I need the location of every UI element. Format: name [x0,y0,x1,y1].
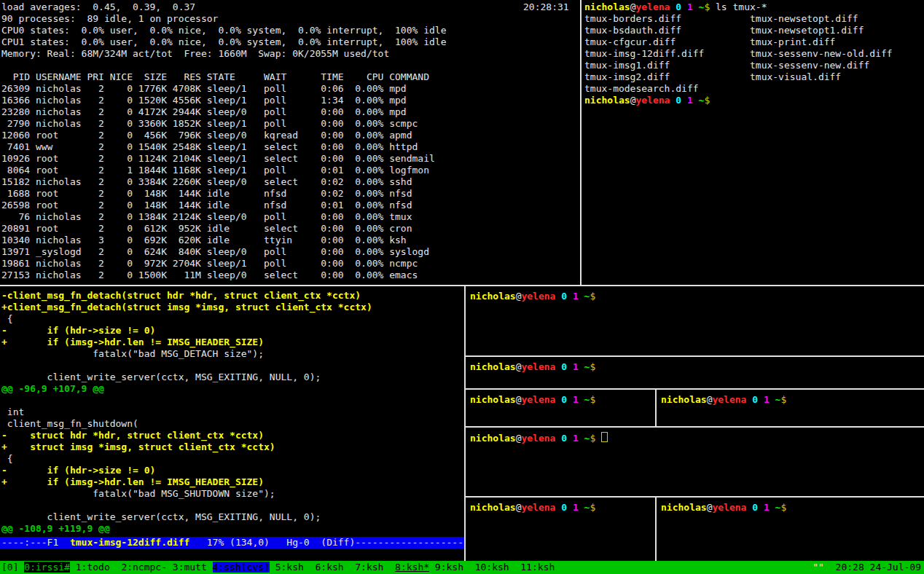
top-process-table: 26309 nicholas 2 0 1776K 4708K sleep/1 p… [1,83,579,281]
text-segment: yelena [521,394,555,405]
text-segment: tmux-imsg-12diff.diff [70,537,189,548]
text-segment [579,291,584,302]
shell-pane-3-left[interactable]: nicholas@yelena 0 1 ~$ [467,390,657,430]
text-segment [579,394,584,405]
text-segment: $ [590,361,595,372]
terminal-line: load averages: 0.45, 0.39, 0.37 [1,1,579,13]
text-segment: $ [590,291,595,302]
shell-pane-3-right[interactable]: nicholas@yelena 0 1 ~$ [658,390,924,430]
text-segment: ----:---F1 [1,537,70,548]
terminal-line: client_write_server(cctx, MSG_EXITING, N… [1,371,463,383]
terminal-line: + struct imsg *imsg, struct client_ctx *… [1,441,463,453]
terminal-line: 12060 root 2 0 456K 796K sleep/0 kqread … [1,130,579,141]
terminal-line: tmux-borders.diff tmux-newsetopt.diff [584,13,924,25]
pane-process-monitor[interactable]: load averages: 0.45, 0.39, 0.3790 proces… [1,0,579,286]
text-segment: 0 [561,433,567,444]
text-segment: 1 [687,1,693,12]
text-segment[interactable]: 8:ksh* [395,562,429,573]
text-segment: - if (hdr->size != 0) [1,325,155,336]
terminal-line: fatalx("bad MSG_DETACH size"); [1,348,463,360]
text-segment: 1 [573,394,579,405]
shell-pane-4-active[interactable]: nicholas@yelena 0 1 ~$ [467,428,924,500]
text-segment: 0 [752,394,758,405]
text-segment: 1 [573,361,579,372]
terminal-line: client_msg_fn_shutdown( [1,418,463,430]
text-segment: 0 [752,502,758,513]
text-segment: 1 [573,433,579,444]
text-segment: ls tmux-* [710,1,767,12]
pane-border-vertical-top[interactable] [580,0,582,285]
text-segment: client_msg_fn_shutdown( [1,418,138,429]
text-segment [693,1,699,12]
text-segment: yelena [521,361,555,372]
terminal-line: 19861 nicholas 2 0 972K 2704K sleep/1 po… [1,258,579,270]
text-segment [579,433,584,444]
text-segment: + if (imsg->hdr.len != IMSG_HEADER_SIZE) [1,337,264,347]
text-segment: yelena [635,1,670,12]
text-segment[interactable]: [0] [1,562,24,573]
terminal-line: Memory: Real: 68M/324M act/tot Free: 166… [1,48,579,60]
terminal-line: - struct hdr *hdr, struct client_ctx *cc… [1,430,463,441]
terminal-line: tmux-imsg1.diff tmux-sessenv-new.diff [584,60,924,71]
terminal-line: +client_msg_fn_detach(struct imsg *imsg,… [1,302,463,313]
text-segment: nicholas [584,95,630,106]
terminal-line: 7401 www 2 0 1540K 2548K sleep/1 select … [1,141,579,153]
text-segment: 17% (134,0) Hg-0 (Diff)-----------------… [189,537,463,548]
text-segment: 1 [573,502,579,513]
text-segment[interactable]: 0:irssi# [24,562,70,573]
shell-pane-2[interactable]: nicholas@yelena 0 1 ~$ [467,357,924,393]
pane-border-horizontal-main[interactable] [0,285,924,286]
text-segment: 0 [561,502,567,513]
terminal-line: CPU1 states: 0.0% user, 0.0% nice, 0.0% … [1,36,579,48]
terminal-line: 90 processes: 89 idle, 1 on processor [1,13,579,25]
top-clock: 20:28:31 [523,1,569,13]
text-segment: 0 [676,1,681,12]
text-segment[interactable]: 9:ksh 10:ksh 11:ksh [429,562,555,573]
text-segment [770,394,775,405]
pane-border-vertical-bottom[interactable] [464,286,466,561]
status-clock-date: "" 20:28 24-Jul-09 [813,561,924,574]
status-bar[interactable]: [0] 0:irssi# 1:todo 2:ncmpc- 3:mutt 4:ss… [0,561,924,574]
text-segment: +client_msg_fn_detach(struct imsg *imsg,… [1,302,372,312]
terminal-line: fatalx("bad MSG_SHUTDOWN size"); [1,488,463,500]
pane-emacs-diff[interactable]: -client_msg_fn_detach(struct hdr *hdr, s… [1,288,463,539]
text-segment: 0 [561,291,567,302]
text-segment: nicholas [470,502,516,513]
pane-border-vertical-row3[interactable] [655,390,657,426]
text-segment: $ [780,502,786,513]
emacs-buffer: -client_msg_fn_detach(struct hdr *hdr, s… [1,290,463,535]
text-segment [758,502,764,513]
shell-pane-5-left[interactable]: nicholas@yelena 0 1 ~$ [467,498,657,565]
text-segment: 1 [764,502,770,513]
shell-pane-5-right[interactable]: nicholas@yelena 0 1 ~$ [658,498,924,565]
status-window-list[interactable]: [0] 0:irssi# 1:todo 2:ncmpc- 3:mutt 4:ss… [0,561,555,574]
text-segment [758,394,764,405]
text-segment: client_write_server(cctx, MSG_EXITING, N… [1,511,321,522]
text-segment: yelena [635,95,670,106]
shell-pane-1[interactable]: nicholas@yelena 0 1 ~$ [467,288,924,358]
text-segment [595,433,601,444]
terminal-line: int [1,406,463,418]
text-segment [681,95,687,106]
text-segment: yelena [521,291,555,302]
terminal-screen: load averages: 0.45, 0.39, 0.3790 proces… [0,0,924,574]
terminal-line: 27153 nicholas 2 0 1500K 11M sleep/0 sel… [1,270,579,281]
terminal-line: 20891 root 2 0 612K 952K idle select 0:0… [1,223,579,235]
text-segment[interactable]: 4:ssh[cvs] [213,562,270,573]
terminal-line: 16366 nicholas 2 0 1520K 4556K sleep/1 p… [1,95,579,106]
terminal-line [1,395,463,406]
text-segment: 1 [687,95,693,106]
text-cursor [601,432,608,442]
text-segment: - if (hdr->size != 0) [1,465,155,476]
text-segment: 0 [561,394,567,405]
text-segment[interactable]: 5:ksh 6:ksh 7:ksh [270,562,395,573]
text-segment [579,502,584,513]
pane-border-vertical-row5[interactable] [655,498,657,561]
pane-shell-ls[interactable]: nicholas@yelena 0 1 ~$ ls tmux-* tmux-bo… [584,0,924,286]
terminal-line: 26598 root 2 0 148K 144K idle nfsd 0:01 … [1,200,579,211]
text-segment [567,291,573,302]
text-segment: 1 [573,291,579,302]
terminal-line: @@ -108,9 +119,9 @@ [1,523,463,535]
text-segment[interactable]: 1:todo 2:ncmpc- 3:mutt [70,562,213,573]
text-segment: fatalx("bad MSG_DETACH size"); [1,348,264,359]
